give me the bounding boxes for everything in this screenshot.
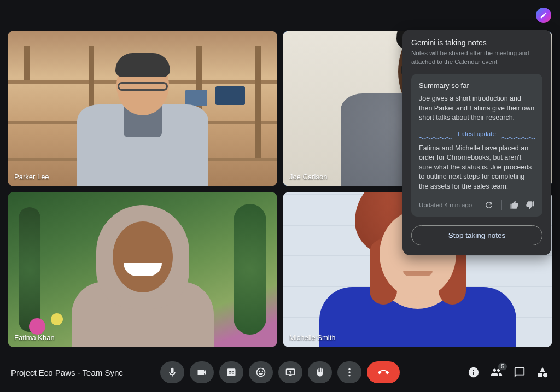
chat-icon — [514, 366, 526, 378]
camera-icon — [196, 367, 207, 378]
people-count-badge: 5 — [498, 362, 508, 371]
participant-name: Fatima Khan — [14, 334, 55, 342]
meeting-title: Project Eco Paws - Team Sync — [11, 368, 123, 377]
present-button[interactable] — [278, 361, 302, 383]
right-controls: 5 — [467, 366, 549, 379]
svg-point-0 — [348, 368, 350, 370]
hang-up-button[interactable] — [367, 361, 400, 383]
participant-name: Joe Carlson — [289, 173, 327, 181]
more-options-button[interactable] — [337, 361, 361, 383]
notes-panel: Gemini is taking notes Notes will be sha… — [402, 30, 551, 255]
updated-timestamp: Updated 4 min ago — [419, 202, 479, 208]
participant-name: Parker Lee — [14, 173, 49, 181]
update-body: Fatima and Michelle have placed an order… — [419, 144, 535, 192]
hand-icon — [314, 367, 325, 378]
call-end-icon — [378, 367, 389, 378]
participant-avatar — [77, 104, 208, 186]
microphone-icon — [167, 367, 178, 378]
present-screen-icon — [285, 367, 296, 378]
participant-avatar — [72, 282, 214, 347]
pencil-spark-icon — [540, 11, 547, 19]
svg-point-2 — [348, 375, 350, 376]
more-vertical-icon — [344, 367, 355, 378]
info-icon — [468, 366, 480, 378]
emoji-icon — [255, 367, 266, 378]
reactions-button[interactable] — [249, 361, 273, 383]
camera-button[interactable] — [190, 361, 214, 383]
people-button[interactable]: 5 — [490, 366, 503, 379]
participant-tile[interactable]: Fatima Khan — [8, 192, 277, 348]
thumbs-down-icon[interactable] — [525, 200, 535, 210]
thumbs-up-icon[interactable] — [510, 200, 520, 210]
notes-panel-title: Gemini is taking notes — [411, 38, 542, 47]
activities-button[interactable] — [536, 366, 549, 379]
call-controls — [160, 361, 400, 383]
notes-panel-subtitle: Notes will be shared after the meeting a… — [411, 49, 542, 66]
participant-name: Michelle Smith — [289, 334, 336, 342]
svg-point-1 — [348, 371, 350, 373]
captions-button[interactable] — [219, 361, 243, 383]
raise-hand-button[interactable] — [308, 361, 332, 383]
bottom-bar: Project Eco Paws - Team Sync — [0, 353, 560, 392]
participant-avatar — [319, 287, 516, 347]
stop-taking-notes-button[interactable]: Stop taking notes — [411, 225, 542, 245]
participant-tile[interactable]: Parker Lee — [8, 31, 277, 186]
summary-header: Summary so far — [419, 81, 535, 90]
summary-card: Summary so far Joe gives a short introdu… — [411, 74, 542, 217]
meeting-info-button[interactable] — [467, 366, 480, 379]
microphone-button[interactable] — [160, 361, 184, 383]
latest-update-divider: Latest update — [419, 131, 535, 137]
refresh-icon[interactable] — [484, 200, 494, 210]
captions-icon — [226, 367, 237, 378]
summary-body: Joe gives a short introduction and then … — [419, 94, 535, 123]
shapes-icon — [536, 366, 549, 378]
divider-label: Latest update — [458, 131, 496, 137]
chat-button[interactable] — [513, 366, 526, 379]
gemini-launcher-button[interactable] — [536, 8, 551, 23]
